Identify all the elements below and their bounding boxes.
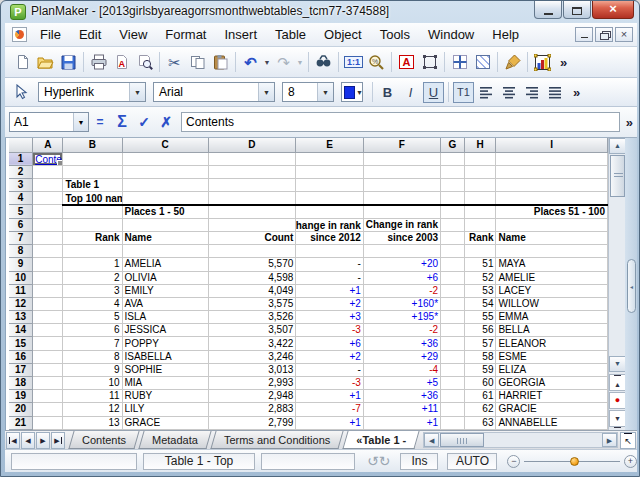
cell-D9[interactable]: 5,570 bbox=[208, 258, 296, 271]
row-header-8[interactable]: 8 bbox=[9, 245, 33, 258]
cell-F14[interactable]: -2 bbox=[363, 324, 440, 337]
row-header-10[interactable]: 10 bbox=[9, 271, 33, 284]
cell-F21[interactable]: +1 bbox=[363, 416, 440, 429]
cell-B7[interactable]: Rank bbox=[63, 231, 122, 244]
font-combobox[interactable]: Arial ▼ bbox=[153, 82, 275, 102]
cell-A5[interactable] bbox=[33, 205, 63, 219]
cell-C17[interactable]: SOPHIE bbox=[122, 363, 208, 376]
find-icon[interactable] bbox=[312, 51, 335, 74]
cell-F9[interactable]: +20 bbox=[363, 258, 440, 271]
calc-mode-indicator[interactable]: AUTO bbox=[447, 453, 497, 470]
cell-I21[interactable]: ANNABELLE bbox=[496, 416, 608, 429]
cell-A14[interactable] bbox=[33, 324, 63, 337]
cell-H8[interactable] bbox=[464, 245, 496, 258]
insert-chart-icon[interactable] bbox=[531, 51, 554, 74]
cell-E20[interactable]: -7 bbox=[296, 403, 363, 416]
cell-A2[interactable] bbox=[33, 165, 63, 178]
cell-E19[interactable]: +1 bbox=[296, 390, 363, 403]
cell-B9[interactable]: 1 bbox=[63, 258, 122, 271]
cell-F19[interactable]: +36 bbox=[363, 390, 440, 403]
cell-E21[interactable]: +1 bbox=[296, 416, 363, 429]
cell-G18[interactable] bbox=[441, 377, 465, 390]
maximize-button[interactable] bbox=[563, 1, 591, 19]
cell-G7[interactable] bbox=[441, 231, 465, 244]
cell-B13[interactable]: 5 bbox=[63, 311, 122, 324]
cell-F16[interactable]: +29 bbox=[363, 350, 440, 363]
horizontal-scrollbar[interactable]: ◀ ▶ bbox=[423, 432, 618, 448]
print-preview-icon[interactable] bbox=[133, 51, 156, 74]
cell-I2[interactable] bbox=[496, 165, 608, 178]
col-header-B[interactable]: B bbox=[63, 138, 122, 152]
cell-F18[interactable]: +5 bbox=[363, 377, 440, 390]
tab-table-1[interactable]: «Table 1 - bbox=[343, 431, 419, 449]
toolbar-overflow-button[interactable]: » bbox=[573, 85, 580, 100]
cell-G5[interactable] bbox=[441, 205, 465, 219]
row-header-2[interactable]: 2 bbox=[9, 165, 33, 178]
cell-H18[interactable]: 60 bbox=[464, 377, 496, 390]
undo-dropdown[interactable]: ▼ bbox=[262, 51, 272, 74]
insert-mode-indicator[interactable]: Ins bbox=[400, 453, 438, 470]
cell-C6[interactable] bbox=[122, 218, 208, 231]
mdi-minimize-button[interactable] bbox=[575, 27, 593, 42]
cell-B11[interactable]: 3 bbox=[63, 284, 122, 297]
cell-D14[interactable]: 3,507 bbox=[208, 324, 296, 337]
cell-E6[interactable]: Change in rank bbox=[296, 218, 363, 231]
mdi-restore-button[interactable] bbox=[595, 27, 613, 42]
cell-C1[interactable] bbox=[122, 152, 208, 165]
tab-metadata[interactable]: Metadata bbox=[139, 431, 211, 449]
zoom-out-button[interactable]: − bbox=[507, 455, 520, 468]
cell-H16[interactable]: 58 bbox=[464, 350, 496, 363]
vertical-scrollbar-thumb[interactable] bbox=[610, 155, 625, 197]
cell-E1[interactable] bbox=[296, 152, 363, 165]
row-header-21[interactable]: 21 bbox=[9, 416, 33, 429]
scroll-left-button[interactable]: ◀ bbox=[424, 433, 439, 447]
paste-icon[interactable] bbox=[209, 51, 232, 74]
cell-D17[interactable]: 3,013 bbox=[208, 363, 296, 376]
cell-G11[interactable] bbox=[441, 284, 465, 297]
cell-D1[interactable] bbox=[208, 152, 296, 165]
cell-F6[interactable]: Change in rank bbox=[363, 218, 440, 231]
cell-H5[interactable] bbox=[464, 205, 496, 219]
cell-H21[interactable]: 63 bbox=[464, 416, 496, 429]
open-file-icon[interactable] bbox=[34, 51, 57, 74]
col-header-C[interactable]: C bbox=[122, 138, 208, 152]
cell-H14[interactable]: 56 bbox=[464, 324, 496, 337]
cell-A6[interactable] bbox=[33, 218, 63, 231]
cell-G19[interactable] bbox=[441, 390, 465, 403]
row-header-15[interactable]: 15 bbox=[9, 337, 33, 350]
cut-icon[interactable]: ✂ bbox=[163, 51, 186, 74]
cell-A16[interactable] bbox=[33, 350, 63, 363]
cell-C8[interactable] bbox=[122, 245, 208, 258]
menu-tools[interactable]: Tools bbox=[371, 23, 419, 47]
cell-C10[interactable]: OLIVIA bbox=[122, 271, 208, 284]
cell-D18[interactable]: 2,993 bbox=[208, 377, 296, 390]
cell-F1[interactable] bbox=[363, 152, 440, 165]
cell-A7[interactable] bbox=[33, 231, 63, 244]
col-header-A[interactable]: A bbox=[33, 138, 63, 152]
cell-A4[interactable] bbox=[33, 192, 63, 205]
cell-G13[interactable] bbox=[441, 311, 465, 324]
first-sheet-button[interactable]: ◀ bbox=[6, 432, 20, 449]
export-pdf-icon[interactable]: A bbox=[110, 51, 133, 74]
previous-sheet-button[interactable]: ◀ bbox=[21, 432, 35, 449]
menu-file[interactable]: File bbox=[31, 23, 70, 47]
cell-C19[interactable]: RUBY bbox=[122, 390, 208, 403]
cell-B10[interactable]: 2 bbox=[63, 271, 122, 284]
cell-G4[interactable] bbox=[441, 192, 465, 205]
row-header-16[interactable]: 16 bbox=[9, 350, 33, 363]
cell-A17[interactable] bbox=[33, 363, 63, 376]
cell-D15[interactable]: 3,422 bbox=[208, 337, 296, 350]
cell-E15[interactable]: +6 bbox=[296, 337, 363, 350]
cell-E4[interactable] bbox=[296, 192, 363, 205]
cell-D16[interactable]: 3,246 bbox=[208, 350, 296, 363]
row-header-12[interactable]: 12 bbox=[9, 297, 33, 310]
cell-E7[interactable]: since 2012 bbox=[296, 231, 363, 244]
cell-I16[interactable]: ESME bbox=[496, 350, 608, 363]
cell-C14[interactable]: JESSICA bbox=[122, 324, 208, 337]
cell-E10[interactable]: - bbox=[296, 271, 363, 284]
cell-G1[interactable] bbox=[441, 152, 465, 165]
cell-I7[interactable]: Name bbox=[496, 231, 608, 244]
cell-I5[interactable]: Places 51 - 100 bbox=[496, 205, 608, 219]
scroll-right-button[interactable]: ▶ bbox=[602, 433, 617, 447]
cell-A18[interactable] bbox=[33, 377, 63, 390]
